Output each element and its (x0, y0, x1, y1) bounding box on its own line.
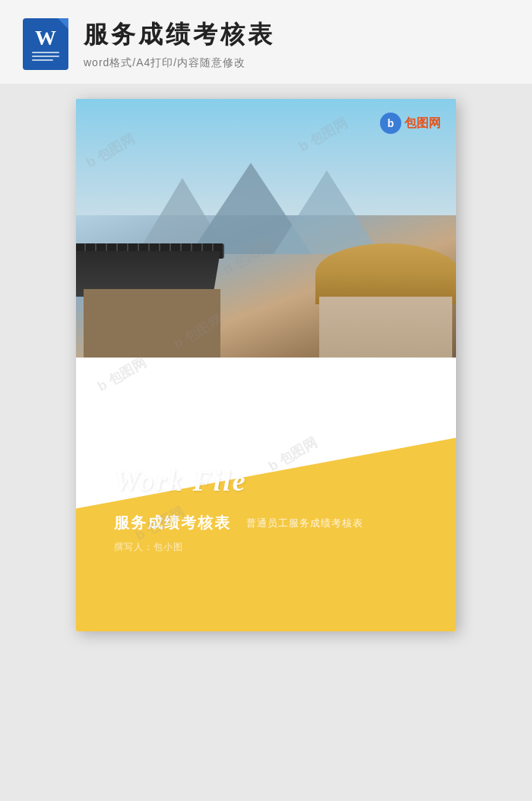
logo-icon: b (380, 113, 401, 134)
watermark: b 包图网 (94, 353, 150, 396)
word-icon-line (32, 59, 53, 61)
word-icon-line (32, 52, 59, 53)
word-icon: W (23, 18, 68, 70)
photo-area (76, 99, 456, 358)
building-right (304, 190, 456, 358)
header-text: 服务成绩考核表 word格式/A4打印/内容随意修改 (84, 18, 275, 70)
building-left (76, 205, 243, 358)
logo-area: b 包图网 (380, 113, 441, 134)
document-preview: b 包图网 b 包图网 b 包图网 b 包图网 b 包图网 b 包图网 b 包图… (76, 99, 456, 631)
doc-info-row: 服务成绩考核表 普通员工服务成绩考核表 (114, 513, 426, 533)
wall-right (319, 297, 452, 358)
top-header: W 服务成绩考核表 word格式/A4打印/内容随意修改 (0, 0, 532, 84)
thatch-roof (315, 243, 456, 304)
doc-subtitle-cn: 普通员工服务成绩考核表 (246, 517, 363, 530)
content-area: Work File 服务成绩考核表 普通员工服务成绩考核表 撰写人：包小图 (76, 434, 456, 631)
logo-name-cn: 包图网 (404, 116, 441, 132)
doc-title-cn: 服务成绩考核表 (114, 513, 231, 533)
header-title: 服务成绩考核表 (84, 18, 275, 52)
work-file-title: Work File (114, 464, 426, 497)
doc-author-row: 撰写人：包小图 (114, 539, 426, 554)
word-icon-letter: W (35, 27, 56, 49)
header-subtitle: word格式/A4打印/内容随意修改 (84, 56, 275, 70)
word-icon-line (32, 56, 59, 57)
wall-left (84, 289, 220, 358)
doc-author: 撰写人：包小图 (114, 542, 183, 552)
word-icon-lines (32, 52, 59, 61)
